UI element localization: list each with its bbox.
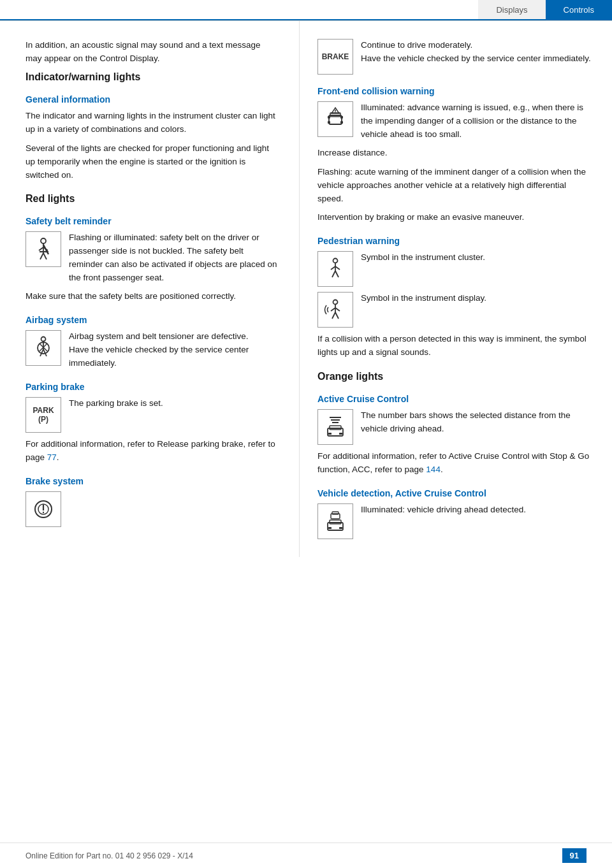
front-collision-subheading: Front-end collision warning bbox=[317, 86, 592, 96]
svg-rect-49 bbox=[328, 527, 332, 529]
svg-line-4 bbox=[40, 253, 43, 259]
brake-text-icon: BRAKE bbox=[317, 39, 353, 75]
airbag-service-text: Have the vehicle checked by the service … bbox=[69, 345, 249, 368]
airbag-defective-text: Airbag system and belt tensioner are def… bbox=[69, 331, 248, 341]
vehicle-detection-block: Illuminated: vehicle driving ahead detec… bbox=[317, 503, 592, 539]
active-cruise-para: For additional information, refer to Act… bbox=[317, 450, 592, 477]
parking-brake-page-link[interactable]: 77 bbox=[47, 452, 57, 462]
parking-brake-para-end: . bbox=[57, 452, 59, 462]
general-info-heading: General information bbox=[26, 94, 279, 105]
indicator-warning-heading: Indicator/warning lights bbox=[26, 71, 279, 83]
pedestrian-cluster-text: Symbol in the instrument cluster. bbox=[361, 251, 485, 264]
brake-system-block bbox=[26, 491, 279, 527]
front-collision-icon bbox=[317, 101, 353, 137]
airbag-svg bbox=[31, 335, 56, 361]
svg-line-36 bbox=[331, 308, 335, 311]
pedestrian-block-2: Symbol in the instrument display. bbox=[317, 292, 592, 328]
svg-line-32 bbox=[332, 271, 335, 277]
flashing-warning-text: Flashing: acute warning of the imminent … bbox=[317, 166, 592, 206]
svg-line-31 bbox=[335, 266, 340, 270]
tab-displays-label: Displays bbox=[496, 5, 527, 15]
active-cruise-para-text: For additional information, refer to Act… bbox=[317, 451, 589, 474]
svg-rect-52 bbox=[332, 512, 339, 514]
intro-text: In addition, an acoustic signal may soun… bbox=[26, 39, 279, 66]
svg-line-5 bbox=[43, 253, 47, 259]
tab-controls[interactable]: Controls bbox=[546, 0, 612, 19]
safety-belt-text: Flashing or illuminated: safety belt on … bbox=[69, 231, 279, 285]
svg-line-37 bbox=[335, 308, 340, 311]
safety-belt-para: Make sure that the safety belts are posi… bbox=[26, 290, 279, 303]
active-cruise-icon bbox=[317, 409, 353, 445]
tab-displays[interactable]: Displays bbox=[478, 0, 545, 19]
footer-text: Online Edition for Part no. 01 40 2 956 … bbox=[26, 851, 193, 860]
vehicle-detection-icon bbox=[317, 503, 353, 539]
svg-rect-41 bbox=[330, 426, 341, 430]
safety-belt-icon bbox=[26, 231, 61, 267]
orange-lights-heading: Orange lights bbox=[317, 371, 592, 382]
svg-rect-21 bbox=[328, 116, 330, 119]
parking-brake-text: The parking brake is set. bbox=[69, 397, 163, 410]
parking-brake-para-text: For additional information, refer to Rel… bbox=[26, 439, 275, 462]
front-collision-block: Illuminated: advance warning is issued, … bbox=[317, 101, 592, 141]
svg-line-30 bbox=[331, 266, 335, 270]
brake-icon-text: Continue to drive moderately. Have the v… bbox=[361, 39, 591, 66]
svg-rect-24 bbox=[340, 121, 343, 124]
brake-service-text: Have the vehicle checked by the service … bbox=[361, 54, 591, 63]
active-cruise-page-link[interactable]: 144 bbox=[426, 465, 441, 474]
front-collision-text: Illuminated: advance warning is issued, … bbox=[361, 101, 592, 141]
svg-rect-23 bbox=[328, 121, 330, 124]
pedestrian-svg-2 bbox=[323, 297, 348, 322]
footer: Online Edition for Part no. 01 40 2 956 … bbox=[0, 843, 612, 868]
right-column: BRAKE Continue to drive moderately. Have… bbox=[300, 21, 612, 557]
brake-continue-text: Continue to drive moderately. bbox=[361, 40, 472, 50]
tab-controls-label: Controls bbox=[564, 5, 594, 15]
airbag-subheading: Airbag system bbox=[26, 315, 279, 325]
svg-rect-48 bbox=[330, 520, 341, 524]
svg-rect-22 bbox=[340, 116, 343, 119]
airbag-block: Airbag system and belt tensioner are def… bbox=[26, 330, 279, 370]
active-cruise-para-end: . bbox=[441, 465, 443, 474]
svg-point-28 bbox=[333, 259, 338, 263]
safety-belt-subheading: Safety belt reminder bbox=[26, 216, 279, 226]
pedestrian-icon-2 bbox=[317, 292, 353, 328]
active-cruise-block: The number bars shows the selected dista… bbox=[317, 409, 592, 445]
svg-line-33 bbox=[335, 271, 339, 277]
svg-rect-42 bbox=[328, 433, 332, 435]
svg-rect-43 bbox=[339, 433, 342, 435]
pedestrian-block-1: Symbol in the instrument cluster. bbox=[317, 251, 592, 287]
svg-point-34 bbox=[333, 300, 338, 305]
svg-point-18 bbox=[43, 511, 44, 512]
active-cruise-text: The number bars shows the selected dista… bbox=[361, 409, 592, 436]
brake-label: BRAKE bbox=[322, 52, 349, 61]
intervention-text: Intervention by braking or make an evasi… bbox=[317, 211, 592, 224]
parking-brake-subheading: Parking brake bbox=[26, 382, 279, 392]
collision-car-svg bbox=[323, 106, 348, 132]
page-number: 91 bbox=[562, 848, 586, 863]
vehicle-detection-subheading: Vehicle detection, Active Cruise Control bbox=[317, 488, 592, 498]
vehicle-detection-svg bbox=[323, 509, 348, 534]
general-info-para2: Several of the lights are checked for pr… bbox=[26, 142, 279, 182]
main-content: In addition, an acoustic signal may soun… bbox=[0, 21, 612, 557]
header-tabs: Displays Controls bbox=[0, 0, 612, 20]
increase-distance-text: Increase distance. bbox=[317, 147, 592, 160]
svg-rect-50 bbox=[339, 527, 342, 529]
active-cruise-subheading: Active Cruise Control bbox=[317, 394, 592, 404]
airbag-icon bbox=[26, 330, 61, 366]
airbag-text: Airbag system and belt tensioner are def… bbox=[69, 330, 279, 370]
brake-circle-svg bbox=[31, 496, 56, 522]
brake-icon-block: BRAKE Continue to drive moderately. Have… bbox=[317, 39, 592, 75]
park-label: PARK bbox=[33, 406, 54, 415]
svg-point-8 bbox=[41, 337, 46, 342]
red-lights-heading: Red lights bbox=[26, 193, 279, 205]
left-column: In addition, an acoustic signal may soun… bbox=[0, 21, 300, 557]
seatbelt-svg bbox=[31, 236, 56, 262]
pedestrian-svg-1 bbox=[323, 256, 348, 282]
pedestrian-display-text: Symbol in the instrument display. bbox=[361, 292, 486, 305]
safety-belt-block: Flashing or illuminated: safety belt on … bbox=[26, 231, 279, 285]
pedestrian-icon-1 bbox=[317, 251, 353, 287]
acc-bars-svg bbox=[323, 414, 348, 440]
svg-point-27 bbox=[335, 112, 336, 113]
svg-line-38 bbox=[332, 312, 335, 319]
brake-system-subheading: Brake system bbox=[26, 476, 279, 486]
general-info-para1: The indicator and warning lights in the … bbox=[26, 110, 279, 136]
